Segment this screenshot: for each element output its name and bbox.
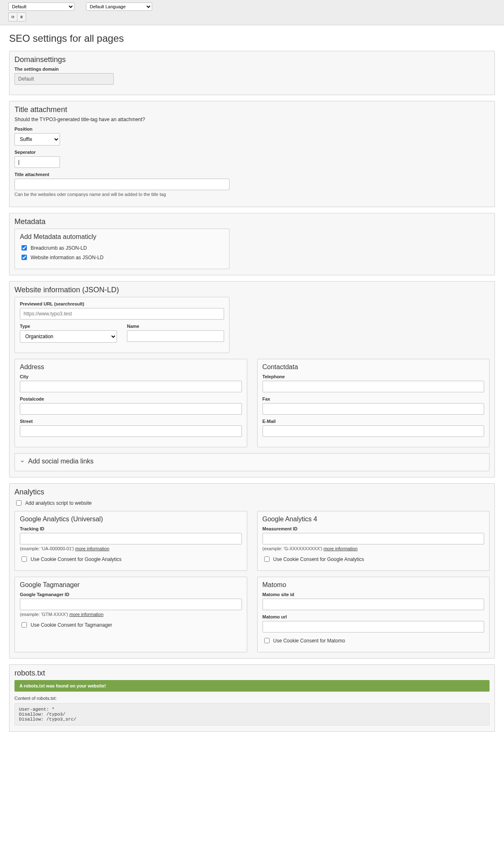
top-toolbar: Default Default Language — [0, 0, 504, 25]
matomo-site-input[interactable] — [263, 599, 485, 610]
ga-universal-consent-checkbox[interactable] — [21, 556, 27, 562]
separator-input[interactable] — [14, 156, 60, 168]
ga-universal-consent-label: Use Cookie Consent for Google Analytics — [31, 556, 122, 562]
fax-label: Fax — [263, 396, 485, 401]
email-label: E-Mail — [263, 419, 485, 424]
panel-social-links: Add social media links — [14, 453, 490, 471]
city-input[interactable] — [20, 381, 242, 392]
measurement-id-label: Measurement ID — [263, 526, 485, 531]
matomo-url-input[interactable] — [263, 621, 485, 632]
metadata-heading: Metadata — [14, 217, 490, 226]
robots-content: User-agent: * Disallow: /typo3/ Disallow… — [14, 703, 490, 726]
site-select[interactable]: Default — [8, 2, 74, 11]
separator-label: Seperator — [14, 150, 60, 155]
ga4-example: (example: 'G-XXXXXXXXXX') — [263, 546, 322, 551]
save-button[interactable] — [8, 12, 17, 21]
name-label: Name — [127, 324, 224, 329]
postal-label: Postalcode — [20, 396, 242, 401]
panel-address: Address City Postalcode Street — [14, 359, 247, 447]
panel-websiteinfo: Website information (JSON-LD) Previewed … — [9, 281, 495, 477]
gtm-heading: Google Tagmanager — [20, 581, 242, 589]
contact-heading: Contactdata — [263, 363, 485, 371]
save-icon — [11, 14, 14, 20]
position-label: Position — [14, 126, 60, 131]
metadata-sub-heading: Add Metadata automaticly — [20, 233, 224, 241]
panel-robots: robots.txt A robots.txt was found on you… — [9, 664, 495, 732]
address-heading: Address — [20, 363, 242, 371]
breadcrumb-checkbox[interactable] — [21, 245, 27, 251]
ga4-more-link[interactable]: more information — [323, 546, 358, 551]
matomo-site-label: Matomo site id — [263, 592, 485, 597]
ga-universal-more-link[interactable]: more information — [75, 546, 110, 551]
panel-domainsettings: Domainsettings The settings domain — [9, 51, 495, 95]
type-label: Type — [20, 324, 117, 329]
panel-metadata: Metadata Add Metadata automaticly Breadc… — [9, 213, 495, 275]
panel-analytics: Analytics Add analytics script to websit… — [9, 483, 495, 659]
chevron-down-icon — [20, 459, 25, 464]
ga-universal-example: (example: 'UA-000000-01') — [20, 546, 74, 551]
ga4-consent-checkbox[interactable] — [264, 556, 270, 562]
social-links-toggle[interactable]: Add social media links — [20, 458, 484, 465]
gtm-id-input[interactable] — [20, 599, 242, 610]
breadcrumb-label: Breadcrumb as JSON-LD — [31, 245, 87, 251]
gtm-more-link[interactable]: more information — [69, 612, 104, 617]
panel-contactdata: Contactdata Telephone Fax E-Mail — [257, 359, 490, 447]
attachment-help: Can be the websites oder companys name a… — [14, 192, 229, 197]
matomo-url-label: Matomo url — [263, 614, 485, 619]
panel-ga4: Google Analytics 4 Measurement ID (examp… — [257, 511, 490, 571]
type-select[interactable]: Organization — [20, 330, 117, 343]
domain-label: The settings domain — [14, 67, 114, 72]
attachment-label: Title attachment — [14, 172, 229, 177]
matomo-heading: Matomo — [263, 581, 485, 589]
robots-content-label: Content of robots.txt: — [14, 696, 490, 701]
street-label: Street — [20, 419, 242, 424]
name-input[interactable] — [127, 330, 224, 342]
tracking-id-input[interactable] — [20, 533, 242, 544]
postal-input[interactable] — [20, 403, 242, 415]
gtm-example: (example: 'GTM-XXXX') — [20, 612, 68, 617]
ga4-consent-label: Use Cookie Consent for Google Analytics — [273, 556, 364, 562]
position-select[interactable]: Suffix — [14, 133, 60, 146]
gtm-id-label: Google Tagmanager ID — [20, 592, 242, 597]
trash-icon — [20, 14, 23, 20]
websiteinfo-label: Website information as JSON-LD — [31, 255, 104, 260]
domain-input — [14, 73, 114, 85]
tracking-id-label: Tracking ID — [20, 526, 242, 531]
language-select[interactable]: Default Language — [86, 2, 152, 11]
street-input[interactable] — [20, 425, 242, 437]
ga4-heading: Google Analytics 4 — [263, 516, 485, 523]
websiteinfo-checkbox[interactable] — [21, 255, 27, 260]
add-analytics-checkbox[interactable] — [16, 500, 21, 506]
delete-button[interactable] — [17, 12, 26, 21]
robots-found-alert: A robots.txt was found on your website! — [14, 680, 490, 692]
gtm-consent-label: Use Cookie Consent for Tagmanager — [31, 622, 112, 628]
domainsettings-heading: Domainsettings — [14, 55, 490, 64]
preview-url-label: Previewed URL (searchresult) — [20, 301, 224, 306]
phone-input[interactable] — [263, 381, 485, 392]
add-analytics-label: Add analytics script to website — [25, 500, 92, 506]
phone-label: Telephone — [263, 374, 485, 379]
city-label: City — [20, 374, 242, 379]
analytics-heading: Analytics — [14, 488, 490, 496]
fax-input[interactable] — [263, 403, 485, 415]
gtm-consent-checkbox[interactable] — [21, 622, 27, 628]
preview-url-input[interactable] — [20, 308, 224, 320]
title-attachment-desc: Should the TYPO3-generated title-tag hav… — [14, 117, 490, 122]
matomo-consent-checkbox[interactable] — [264, 638, 270, 643]
attachment-input[interactable] — [14, 179, 229, 190]
matomo-consent-label: Use Cookie Consent for Matomo — [273, 638, 345, 644]
measurement-id-input[interactable] — [263, 533, 485, 544]
panel-matomo: Matomo Matomo site id Matomo url Use Coo… — [257, 577, 490, 652]
page-title: SEO settings for all pages — [9, 33, 495, 44]
panel-ga-universal: Google Analytics (Universal) Tracking ID… — [14, 511, 247, 571]
title-attachment-heading: Title attachment — [14, 105, 490, 114]
social-links-heading: Add social media links — [28, 458, 93, 465]
ga-universal-heading: Google Analytics (Universal) — [20, 516, 242, 523]
websiteinfo-heading: Website information (JSON-LD) — [14, 286, 490, 294]
panel-title-attachment: Title attachment Should the TYPO3-genera… — [9, 101, 495, 207]
email-input[interactable] — [263, 425, 485, 437]
panel-gtm: Google Tagmanager Google Tagmanager ID (… — [14, 577, 247, 652]
robots-heading: robots.txt — [14, 669, 490, 678]
